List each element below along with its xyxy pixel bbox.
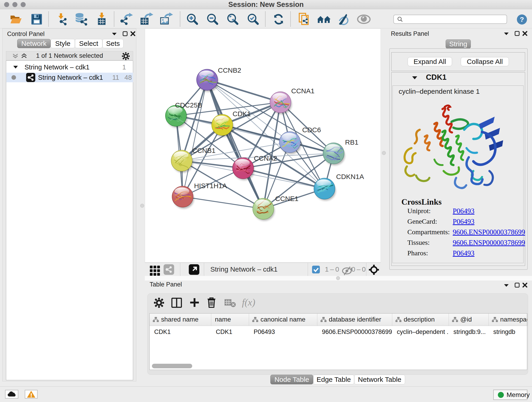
svg-text:CCNB2: CCNB2	[218, 66, 241, 74]
svg-text:CCNE1: CCNE1	[275, 195, 298, 202]
svg-text:HIST1H1A: HIST1H1A	[194, 182, 227, 190]
svg-text:?: ?	[520, 16, 524, 23]
svg-text:RB1: RB1	[345, 138, 358, 146]
svg-text:CCNA2: CCNA2	[254, 154, 277, 162]
svg-text:CDC25B: CDC25B	[175, 101, 202, 109]
svg-text:CDC6: CDC6	[302, 126, 321, 134]
svg-text:CDKN1A: CDKN1A	[336, 173, 364, 180]
svg-text:CCNB1: CCNB1	[192, 147, 215, 154]
svg-text:CDK1: CDK1	[233, 110, 251, 118]
svg-text:CCNA1: CCNA1	[291, 87, 315, 95]
